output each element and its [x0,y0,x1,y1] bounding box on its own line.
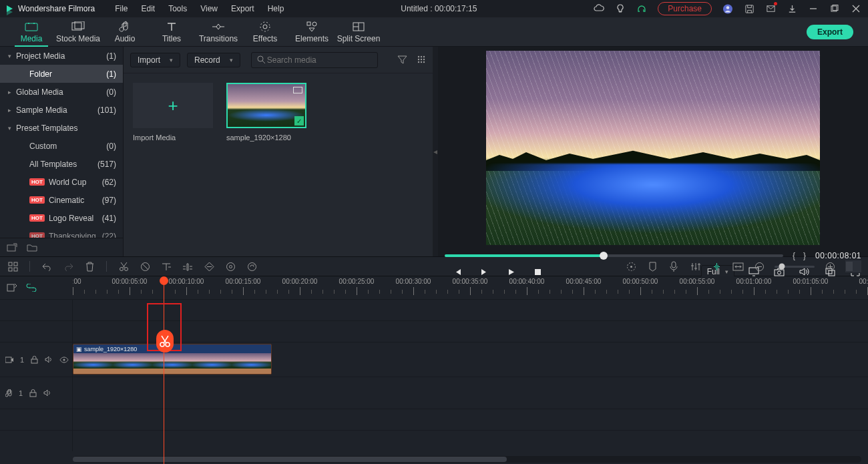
download-icon[interactable] [787,3,797,14]
svg-rect-2 [745,5,752,12]
message-icon[interactable] [765,3,776,14]
record-dropdown[interactable]: Record▾ [187,53,240,67]
tab-stock-media[interactable]: Stock Media [55,17,101,47]
svg-point-21 [418,59,419,60]
lock-icon[interactable] [31,356,38,364]
crop-icon[interactable] [139,260,151,272]
clip-image-icon: ▣ [76,346,82,353]
menu-file[interactable]: File [115,4,128,13]
close-icon[interactable] [851,3,861,14]
tab-media[interactable]: Media [8,17,55,47]
account-icon[interactable] [722,3,733,14]
tree-custom[interactable]: Custom(0) [0,137,123,155]
headset-icon[interactable] [636,3,647,14]
tree-folder[interactable]: Folder(1) [0,65,123,83]
redo-icon[interactable] [62,260,74,272]
zoom-in-icon[interactable] [824,260,836,272]
audio-track-body[interactable] [73,377,868,409]
cloud-icon[interactable] [594,3,604,14]
tab-audio[interactable]: Audio [101,17,148,47]
menu-edit[interactable]: Edit [142,4,156,13]
timeline-ruler[interactable]: 00:0000:00:05:0000:00:10:0000:00:15:0000… [73,276,868,299]
zoom-out-icon[interactable] [753,260,765,272]
tab-transitions[interactable]: Transitions [195,17,242,47]
zoom-slider[interactable] [775,266,815,268]
tab-titles[interactable]: Titles [148,17,195,47]
lock-icon[interactable] [29,389,37,397]
fit-icon[interactable] [732,260,744,272]
magnet-icon[interactable] [710,260,722,272]
mark-out-icon[interactable]: } [803,251,806,260]
color-icon[interactable] [224,260,236,272]
tree-cinematic[interactable]: HOTCinematic(97) [0,191,123,209]
media-panel: Import▾ Record▾ + Import Media ✓ [124,47,433,256]
tab-effects[interactable]: Effects [242,17,288,47]
cut-tool-handle[interactable] [156,330,174,353]
menu-export[interactable]: Export [231,4,254,13]
tree-all-templates[interactable]: All Templates(517) [0,155,123,173]
tree-project-media[interactable]: ▾Project Media(1) [0,47,123,65]
minimize-icon[interactable] [808,3,819,14]
timeline-scrollbar[interactable] [73,456,861,463]
search-input[interactable] [266,55,372,65]
seek-thumb[interactable] [600,252,608,260]
panel-splitter[interactable]: ◂ [433,47,438,256]
purchase-button[interactable]: Purchase [658,2,712,15]
menu-tools[interactable]: Tools [168,4,187,13]
stock-icon [71,21,85,33]
tips-icon[interactable] [615,3,626,14]
preview-image[interactable] [486,51,820,245]
seek-bar[interactable] [445,254,783,257]
filter-icon[interactable] [397,55,407,65]
tree-thanksgiving[interactable]: HOTThanksgiving(22) [0,227,123,238]
svg-rect-27 [535,269,541,275]
text-icon[interactable] [160,260,172,272]
menu-view[interactable]: View [200,4,218,13]
tree-global-media[interactable]: ▸Global Media(0) [0,83,123,101]
logo-icon [7,5,13,12]
keyframe-icon[interactable] [203,260,215,272]
media-sidebar: ▾Project Media(1) Folder(1) ▸Global Medi… [0,47,124,256]
scrollbar-thumb[interactable] [73,457,507,462]
add-track-icon[interactable] [7,260,19,272]
media-clip-card[interactable]: ✓ sample_1920×1280 [226,83,306,142]
tab-elements[interactable]: Elements [288,17,335,47]
speed-icon[interactable] [182,260,194,272]
tree-sample-media[interactable]: ▸Sample Media(101) [0,101,123,119]
import-media-card[interactable]: + Import Media [133,83,213,142]
app-logo: Wondershare Filmora [7,4,95,13]
delete-icon[interactable] [83,260,95,272]
new-folder-icon[interactable] [7,243,17,252]
timeline-add-icon[interactable] [7,283,17,292]
svg-point-40 [226,262,234,270]
video-track-body[interactable]: ▣sample_1920×1280 [73,342,868,377]
tree-preset-templates[interactable]: ▾Preset Templates [0,119,123,137]
grid-view-icon[interactable] [417,55,426,65]
link-icon[interactable] [26,284,37,292]
mute-icon[interactable] [43,389,51,397]
render-icon[interactable] [246,260,258,272]
undo-icon[interactable] [41,260,53,272]
maximize-icon[interactable] [829,3,840,14]
video-track-head: 1 [0,342,73,377]
zoom-thumb[interactable] [779,264,785,270]
tree-logo-reveal[interactable]: HOTLogo Reveal(41) [0,209,123,227]
audio-mixer-icon[interactable] [689,260,701,272]
import-dropdown[interactable]: Import▾ [130,53,180,67]
voiceover-icon[interactable] [668,260,680,272]
save-icon[interactable] [744,3,754,14]
folder-icon[interactable] [27,244,37,252]
tree-world-cup[interactable]: HOTWorld Cup(62) [0,173,123,191]
playhead[interactable] [164,279,164,464]
split-icon[interactable] [118,260,130,272]
tab-split-screen[interactable]: Split Screen [335,17,382,47]
marker-icon[interactable] [646,260,658,272]
timeline-thumbs-icon[interactable] [845,260,861,272]
mute-icon[interactable] [45,356,53,363]
menu-help[interactable]: Help [268,4,284,13]
svg-point-54 [63,359,65,361]
eye-icon[interactable] [59,357,69,363]
export-button[interactable]: Export [807,25,853,39]
auto-reframe-icon[interactable] [625,260,637,272]
mark-in-icon[interactable]: { [793,251,795,260]
